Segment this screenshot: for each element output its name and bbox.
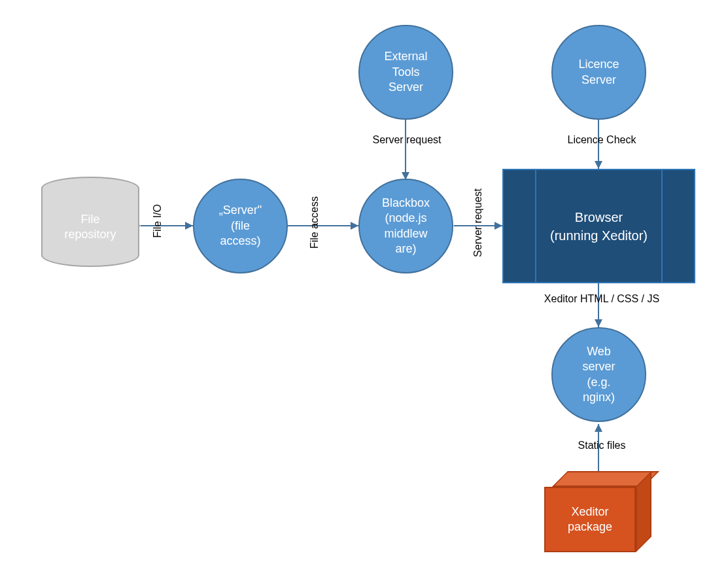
node-browser: Browser(running Xeditor) (502, 169, 695, 283)
node-external-tools: ExternalToolsServer (358, 25, 453, 120)
edge-label-xeditor-assets: Xeditor HTML / CSS / JS (536, 293, 667, 305)
licence-server-label: LicenceServer (578, 57, 619, 88)
edge-label-licence-check: Licence Check (563, 134, 641, 146)
external-tools-label: ExternalToolsServer (384, 49, 427, 95)
xeditor-package-label: Xeditorpackage (568, 504, 612, 535)
edge-label-file-access: File access (309, 196, 321, 249)
file-repository-label: Filerepository (64, 212, 116, 243)
edge-label-static-files: Static files (572, 440, 631, 451)
blackbox-label: Blackbox(node.jsmiddleware) (382, 196, 430, 257)
node-server: „Server"(fileaccess) (193, 179, 288, 273)
node-file-repository: Filerepository (41, 188, 139, 267)
node-web-server: Webserver(e.g.nginx) (551, 327, 646, 422)
edge-label-server-request-right: Server request (472, 188, 484, 257)
server-label: „Server"(fileaccess) (219, 203, 262, 249)
node-licence-server: LicenceServer (551, 25, 646, 120)
edge-label-file-io: File I/O (152, 204, 164, 238)
edge-label-server-request-top: Server request (368, 134, 446, 146)
browser-label: Browser(running Xeditor) (550, 208, 648, 245)
node-blackbox: Blackbox(node.jsmiddleware) (358, 179, 453, 273)
web-server-label: Webserver(e.g.nginx) (582, 344, 615, 406)
